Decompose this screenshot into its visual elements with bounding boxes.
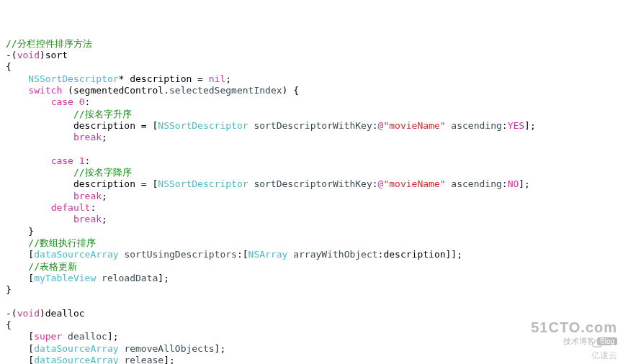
comment: //表格更新 [6, 261, 77, 272]
comment: //数组执行排序 [6, 237, 96, 248]
code-line: [myTableView reloadData]; [6, 273, 169, 283]
watermark-yisu: 亿速云 [586, 326, 617, 361]
cloud-icon [591, 340, 603, 348]
code-line: [dataSourceArray removeAllObjects]; [6, 343, 225, 354]
comment: //分栏控件排序方法 [6, 38, 92, 49]
code-line: NSSortDescriptor* description = nil; [6, 73, 231, 84]
comment: //按名字降序 [6, 167, 132, 178]
code-line: [dataSourceArray sortUsingDescriptors:[N… [6, 249, 462, 260]
code-line: break; [6, 214, 107, 224]
brace: { [6, 61, 12, 72]
comment: //按名字升序 [6, 109, 132, 119]
code-line: [dataSourceArray release]; [6, 355, 175, 364]
code-line: -(void)sort [6, 50, 68, 60]
code-line: switch (segmentedControl.selectedSegment… [6, 85, 299, 96]
code-line: break; [6, 191, 107, 201]
code-line: -(void)dealloc [6, 308, 85, 319]
code-line: break; [6, 132, 107, 142]
brace: } [6, 226, 34, 237]
code-line: description = [NSSortDescriptor sortDesc… [6, 120, 536, 131]
code-line: [super dealloc]; [6, 331, 119, 342]
brace: } [6, 284, 12, 295]
code-line: case 1: [6, 155, 90, 166]
code-line: default: [6, 202, 96, 213]
brace: { [6, 319, 12, 330]
watermark-corner-text: 亿速云 [591, 350, 617, 360]
code-block: //分栏控件排序方法 -(void)sort { NSSortDescripto… [6, 38, 617, 364]
code-line: case 0: [6, 96, 90, 107]
code-line: description = [NSSortDescriptor sortDesc… [6, 178, 530, 189]
